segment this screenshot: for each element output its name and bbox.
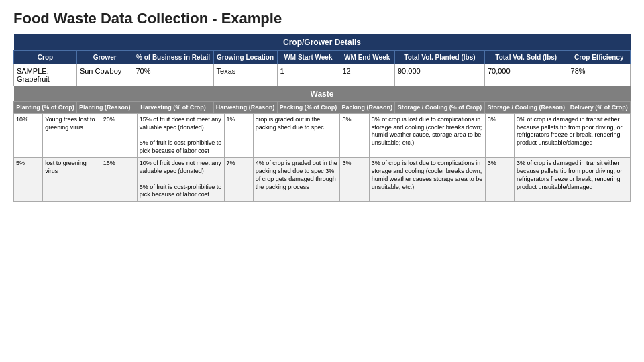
waste-col-planting-reason: Planting (Reason): [76, 102, 133, 113]
col-header-growing-location: Growing Location: [213, 51, 277, 64]
w1-plant-reason: Young trees lost to greening virus: [43, 114, 101, 158]
w1-storage-pct: 3%: [340, 114, 369, 158]
waste-col-harvesting-reason: Harvesting (Reason): [213, 102, 277, 113]
w2-harvest-pct: 15%: [101, 158, 137, 201]
waste-col-storage-pct: Storage / Cooling (% of Crop): [395, 102, 485, 113]
w1-delivery-reason: 3% of crop is damaged in transit either …: [514, 114, 630, 158]
waste-col-harvesting-pct: Harvesting (% of Crop): [133, 102, 213, 113]
waste-col-delivery-pct: Delivery (% of Crop): [568, 102, 630, 113]
sample-data-row: SAMPLE: Grapefruit Sun Cowboy 70% Texas …: [14, 64, 631, 86]
w1-pack-reason: crop is graded out in the packing shed d…: [253, 114, 340, 158]
col-header-pct-business: % of Business in Retail: [133, 51, 213, 64]
w2-plant-pct: 5%: [14, 158, 43, 201]
w1-storage-reason: 3% of crop is lost due to complications …: [369, 114, 485, 158]
w2-harvest-reason: 10% of fruit does not meet any valuable …: [137, 158, 224, 201]
waste-row-1: 10% Young trees lost to greening virus 2…: [14, 114, 631, 158]
w2-storage-reason: 3% of crop is lost due to complications …: [369, 158, 485, 201]
sample-total-sold: 70,000: [484, 64, 568, 86]
w2-pack-reason: 4% of crop is graded out in the packing …: [253, 158, 340, 201]
sample-wm-end: 12: [339, 64, 395, 86]
sample-pct-business: 70%: [133, 64, 213, 86]
main-table: Crop/Grower Details Crop Grower % of Bus…: [13, 34, 631, 113]
sample-grower: Sun Cowboy: [76, 64, 133, 86]
waste-col-storage-reason: Storage / Cooling (Reason): [484, 102, 568, 113]
waste-col-planting-pct: Planting (% of Crop): [14, 102, 77, 113]
w2-delivery-reason: 3% of crop is damaged in transit either …: [514, 158, 630, 201]
sample-growing-location: Texas: [213, 64, 277, 86]
w2-storage-pct: 3%: [340, 158, 369, 201]
w1-harvest-reason: 15% of fruit does not meet any valuable …: [137, 114, 224, 158]
w1-pack-pct: 1%: [224, 114, 253, 158]
col-header-total-planted: Total Vol. Planted (lbs): [395, 51, 485, 64]
crop-grower-header: Crop/Grower Details: [14, 34, 631, 51]
w1-harvest-pct: 20%: [101, 114, 137, 158]
w2-plant-reason: lost to greening virus: [43, 158, 101, 201]
col-header-total-sold: Total Vol. Sold (lbs): [484, 51, 568, 64]
sample-crop: SAMPLE: Grapefruit: [14, 64, 77, 86]
sample-total-planted: 90,000: [395, 64, 485, 86]
col-header-crop-efficiency: Crop Efficiency: [568, 51, 630, 64]
page-title: Food Waste Data Collection - Example: [13, 10, 631, 27]
w1-delivery-pct: 3%: [485, 114, 514, 158]
waste-col-packing-pct: Packing (% of Crop): [277, 102, 339, 113]
col-header-grower: Grower: [76, 51, 133, 64]
sample-wm-start: 1: [277, 64, 339, 86]
waste-row-2: 5% lost to greening virus 15% 10% of fru…: [14, 158, 631, 201]
waste-data-table: 10% Young trees lost to greening virus 2…: [13, 113, 631, 202]
w1-plant-pct: 10%: [14, 114, 43, 158]
sample-crop-efficiency: 78%: [568, 64, 630, 86]
w2-pack-pct: 7%: [224, 158, 253, 201]
waste-section-header: Waste: [14, 86, 631, 102]
waste-col-packing-reason: Packing (Reason): [339, 102, 395, 113]
col-header-wm-start: WM Start Week: [277, 51, 339, 64]
w2-delivery-pct: 3%: [485, 158, 514, 201]
col-header-wm-end: WM End Week: [339, 51, 395, 64]
col-header-crop: Crop: [14, 51, 77, 64]
